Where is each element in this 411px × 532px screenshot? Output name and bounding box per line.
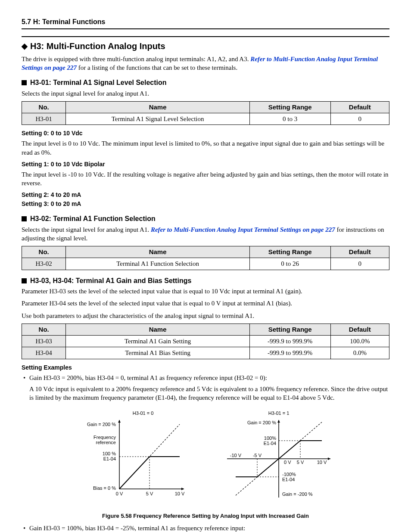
left-bias: Bias = 0 %: [93, 485, 116, 491]
left-title: H3-01 = 0: [133, 411, 154, 416]
th-no: No.: [22, 324, 66, 335]
left-yl3b: E1-04: [103, 456, 116, 461]
left-x2: 10 V: [175, 491, 185, 496]
table-h30304: No. Name Setting Range Default H3-03 Ter…: [22, 324, 389, 359]
right-yl1a: 100%: [264, 436, 276, 441]
heading-h30304: H3-03, H3-04: Terminal A1 Gain and Bias …: [22, 276, 389, 286]
setting0-title: Setting 0: 0 to 10 Vdc: [22, 129, 389, 137]
left-x0: 0 V: [116, 491, 123, 496]
h302-desc: Selects the input signal level for analo…: [22, 225, 389, 243]
left-yl2: reference: [96, 440, 116, 445]
square-icon: [22, 278, 27, 283]
ex2-line: Gain H3-03 = 100%, bias H3-04 = -25%, te…: [29, 525, 245, 532]
cell-name: Terminal A1 Gain Setting: [66, 336, 250, 347]
table-h301: No. Name Setting Range Default H3-01 Ter…: [22, 101, 389, 125]
examples-list-2: Gain H3-03 = 100%, bias H3-04 = -25%, te…: [22, 524, 389, 532]
heading-h302: H3-02: Terminal A1 Function Selection: [22, 214, 389, 224]
svg-marker-12: [277, 420, 280, 423]
chart-svg: H3-01 = 0 Gain = 200 % Frequency referen…: [68, 407, 343, 506]
cell-range: 0 to 26: [249, 258, 330, 270]
ex1-body: A 10 Vdc input is equivalent to a 200% f…: [29, 385, 389, 402]
right-x0: 0 V: [284, 460, 291, 465]
th-name: Name: [66, 246, 250, 258]
setting1-title: Setting 1: 0 to 10 Vdc Bipolar: [22, 160, 389, 168]
table-row: H3-02 Terminal A1 Function Selection 0 t…: [22, 258, 389, 270]
h30304-p1: Parameter H3-03 sets the level of the se…: [22, 287, 389, 296]
diamond-icon: ◆: [22, 41, 28, 51]
list-item: Gain H3-03 = 100%, bias H3-04 = -25%, te…: [22, 524, 389, 532]
heading-h3-text: H3: Multi-Function Analog Inputs: [30, 41, 165, 51]
right-x1: 5 V: [297, 460, 304, 465]
cell-range: -999.9 to 999.9%: [249, 336, 330, 347]
right-gain-neg: Gain = -200 %: [282, 492, 313, 497]
examples-list: Gain H3-03 = 200%, bias H3-04 = 0, termi…: [22, 373, 389, 402]
right-xm1: -5 V: [253, 453, 262, 458]
table-row: H3-04 Terminal A1 Bias Setting -999.9 to…: [22, 347, 389, 359]
th-range: Setting Range: [249, 246, 330, 258]
left-yl1: Frequency: [93, 435, 116, 440]
table-row: H3-01 Terminal A1 Signal Level Selection…: [22, 113, 389, 125]
cell-name: Terminal A1 Bias Setting: [66, 347, 250, 359]
h3-intro-a: The drive is equipped with three multi-f…: [22, 56, 250, 62]
th-name: Name: [66, 324, 250, 335]
right-yl2a: -100%: [282, 472, 296, 477]
table-h302: No. Name Setting Range Default H3-02 Ter…: [22, 246, 389, 270]
th-no: No.: [22, 101, 66, 113]
cell-no: H3-03: [22, 336, 66, 347]
th-range: Setting Range: [249, 101, 330, 113]
th-no: No.: [22, 246, 66, 258]
th-default: Default: [330, 246, 389, 258]
heading-h30304-text: H3-03, H3-04: Terminal A1 Gain and Bias …: [30, 277, 191, 284]
setting1-body: The input level is -10 to 10 Vdc. If the…: [22, 170, 389, 188]
right-x2: 10 V: [317, 460, 327, 465]
setting3-title: Setting 3: 0 to 20 mA: [22, 200, 389, 208]
cell-default: 100.0%: [330, 336, 389, 347]
cell-no: H3-01: [22, 113, 66, 125]
h30304-p3: Use both parameters to adjust the charac…: [22, 311, 389, 320]
cell-name: Terminal A1 Function Selection: [66, 258, 250, 270]
th-default: Default: [330, 101, 389, 113]
cell-default: 0: [330, 113, 389, 125]
heading-h3-section: ◆H3: Multi-Function Analog Inputs: [22, 36, 389, 52]
h3-intro: The drive is equipped with three multi-f…: [22, 55, 389, 72]
svg-marker-1: [181, 488, 184, 490]
section-header: 5.7 H: Terminal Functions: [22, 17, 389, 29]
right-yl1b: E1-04: [264, 441, 276, 446]
heading-h301-text: H3-01: Terminal A1 Signal Level Selectio…: [30, 79, 167, 86]
right-gain: Gain = 200 %: [247, 420, 276, 425]
right-xm2: -10 V: [230, 453, 242, 458]
h30304-p2: Parameter H3-04 sets the level of the se…: [22, 299, 389, 308]
setting0-body: The input level is 0 to 10 Vdc. The mini…: [22, 139, 389, 157]
link-analog-input-settings-2[interactable]: Refer to Multi-Function Analog Input Ter…: [151, 226, 335, 233]
heading-h301: H3-01: Terminal A1 Signal Level Selectio…: [22, 78, 389, 87]
svg-line-5: [119, 457, 149, 489]
svg-marker-10: [328, 457, 330, 460]
table-row: H3-03 Terminal A1 Gain Setting -999.9 to…: [22, 336, 389, 347]
th-name: Name: [66, 101, 250, 113]
examples-title: Setting Examples: [22, 364, 389, 372]
ex1-line: Gain H3-03 = 200%, bias H3-04 = 0, termi…: [29, 374, 267, 381]
square-icon: [22, 80, 27, 85]
cell-default: 0.0%: [330, 347, 389, 359]
cell-range: 0 to 3: [249, 113, 330, 125]
square-icon: [22, 216, 27, 221]
th-default: Default: [330, 324, 389, 335]
h302-desc-a: Selects the input signal level for analo…: [22, 226, 151, 233]
h3-intro-b: for a listing of the functions that can …: [77, 64, 237, 71]
cell-default: 0: [330, 258, 389, 270]
setting2-title: Setting 2: 4 to 20 mA: [22, 191, 389, 199]
th-range: Setting Range: [249, 324, 330, 335]
figure-5-58: H3-01 = 0 Gain = 200 % Frequency referen…: [22, 407, 389, 508]
figure-caption: Figure 5.58 Frequency Reference Setting …: [22, 512, 389, 520]
cell-range: -999.9 to 999.9%: [249, 347, 330, 359]
cell-no: H3-02: [22, 258, 66, 270]
list-item: Gain H3-03 = 200%, bias H3-04 = 0, termi…: [22, 373, 389, 402]
left-gain: Gain = 200 %: [87, 422, 116, 427]
heading-h302-text: H3-02: Terminal A1 Function Selection: [30, 215, 156, 222]
left-x1: 5 V: [146, 491, 153, 496]
svg-marker-3: [118, 420, 121, 423]
right-title: H3-01 = 1: [268, 411, 290, 416]
cell-no: H3-04: [22, 347, 66, 359]
cell-name: Terminal A1 Signal Level Selection: [66, 113, 250, 125]
right-yl2b: E1-04: [282, 477, 295, 482]
